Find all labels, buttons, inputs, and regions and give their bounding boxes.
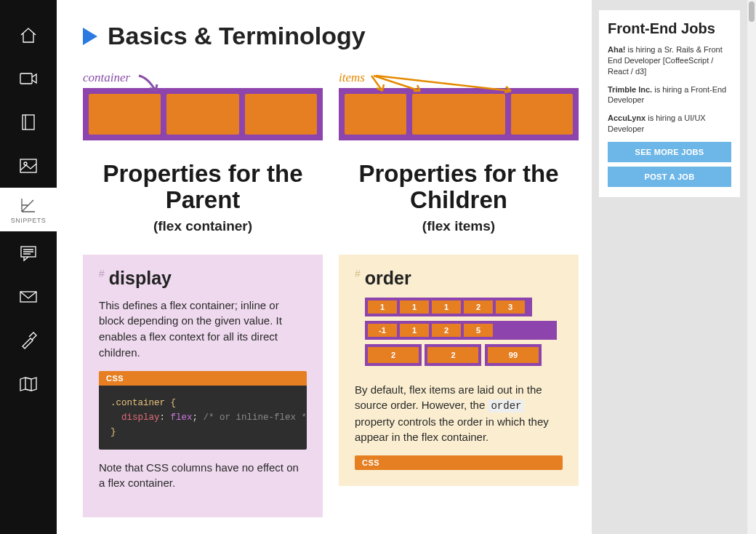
container-label: container	[83, 71, 323, 85]
code-label: CSS	[355, 455, 563, 470]
jobs-sidebar: Front-End Jobs Aha! is hiring a Sr. Rail…	[592, 0, 747, 534]
image-icon	[18, 157, 39, 175]
nav-videos[interactable]	[0, 57, 57, 100]
order-row: 2	[365, 344, 422, 366]
terminology-columns: container Properties for the Parent (fle…	[83, 71, 582, 517]
order-cell: 1	[400, 300, 429, 314]
main-content: Basics & Terminology container Propertie…	[57, 0, 582, 534]
code-label: CSS	[99, 371, 307, 386]
order-cell: 2	[432, 324, 461, 337]
display-panel: #display This defines a flex container; …	[83, 255, 323, 518]
parent-column: container Properties for the Parent (fle…	[83, 71, 323, 517]
nav-snippets-label: SNIPPETS	[11, 217, 47, 224]
display-codebox: CSS .container { display: flex; /* or in…	[99, 371, 307, 450]
order-heading: #order	[355, 268, 563, 289]
nav-snippets[interactable]: SNIPPETS	[0, 188, 57, 231]
order-panel: #order 1 1 1 2 3 -1 1 2 5	[339, 255, 579, 487]
display-code: .container { display: flex; /* or inline…	[99, 386, 307, 450]
order-col: 2 2 99	[365, 344, 542, 370]
map-icon	[18, 375, 39, 393]
svg-rect-1	[23, 115, 34, 129]
snippets-icon	[19, 196, 38, 215]
job-listing[interactable]: Trimble Inc. is hiring a Front-End Devel…	[608, 84, 731, 106]
container-diagram	[83, 88, 323, 140]
nav-jobs[interactable]	[0, 319, 57, 362]
nav-gallery[interactable]	[0, 144, 57, 188]
order-row: -1 1 2 5	[365, 321, 557, 340]
children-column: items Properties for the Children (flex …	[339, 71, 579, 517]
arrow-items-icon	[369, 73, 522, 103]
display-note: Note that CSS columns have no effect on …	[99, 460, 307, 492]
job-listing[interactable]: Aha! is hiring a Sr. Rails & Front End D…	[608, 44, 731, 77]
order-codebox: CSS	[355, 455, 563, 470]
scrollbar-thumb[interactable]	[749, 1, 755, 22]
order-cell: 1	[432, 300, 461, 314]
order-heading-text: order	[365, 268, 411, 288]
order-cell: 2	[464, 300, 493, 314]
svg-rect-0	[20, 73, 32, 84]
order-cell: 5	[464, 324, 493, 337]
display-heading: #display	[99, 268, 307, 289]
order-cell: 99	[488, 347, 539, 363]
home-icon	[18, 25, 39, 45]
svg-point-3	[24, 162, 27, 165]
children-subtitle: (flex items)	[339, 218, 579, 234]
order-row: 1 1 1 2 3	[365, 298, 532, 316]
arrow-container-icon	[135, 72, 172, 101]
order-description: By default, flex items are laid out in t…	[355, 382, 563, 446]
children-title: Properties for the Children	[339, 161, 579, 214]
mail-icon	[18, 290, 39, 304]
book-icon	[19, 112, 38, 132]
see-more-jobs-button[interactable]: SEE MORE JOBS	[608, 142, 731, 162]
order-cell: 2	[427, 347, 478, 363]
scrollbar[interactable]	[747, 0, 756, 534]
hammer-icon	[19, 331, 38, 350]
video-icon	[18, 70, 39, 87]
order-cell: -1	[368, 324, 397, 337]
nav-newsletter[interactable]	[0, 275, 57, 319]
order-diagram: 1 1 1 2 3 -1 1 2 5 2 2	[355, 298, 563, 370]
order-cell: 1	[400, 324, 429, 337]
triangle-icon	[83, 28, 97, 45]
job-listing[interactable]: AccuLynx is hiring a UI/UX Developer	[608, 113, 731, 135]
post-a-job-button[interactable]: POST A JOB	[608, 167, 731, 187]
chat-icon	[19, 244, 38, 262]
jobs-box: Front-End Jobs Aha! is hiring a Sr. Rail…	[599, 10, 740, 197]
section-title: Basics & Terminology	[108, 22, 366, 50]
flex-item	[166, 94, 238, 135]
order-row: 99	[485, 344, 542, 366]
nav-map[interactable]	[0, 362, 57, 406]
sidebar: SNIPPETS	[0, 0, 57, 534]
section-heading: Basics & Terminology	[83, 22, 582, 50]
display-description: This defines a flex container; inline or…	[99, 298, 307, 361]
display-heading-text: display	[109, 268, 172, 288]
parent-subtitle: (flex container)	[83, 218, 323, 234]
flex-item	[245, 94, 317, 135]
nav-book[interactable]	[0, 100, 57, 144]
order-cell: 1	[368, 300, 397, 314]
order-row: 2	[425, 344, 481, 366]
nav-forums[interactable]	[0, 231, 57, 275]
order-cell: 3	[496, 300, 525, 314]
order-code-inline: order	[488, 399, 524, 413]
parent-title: Properties for the Parent	[83, 161, 323, 214]
order-cell: 2	[368, 347, 419, 363]
nav-home[interactable]	[0, 13, 57, 57]
jobs-title: Front-End Jobs	[608, 20, 731, 37]
